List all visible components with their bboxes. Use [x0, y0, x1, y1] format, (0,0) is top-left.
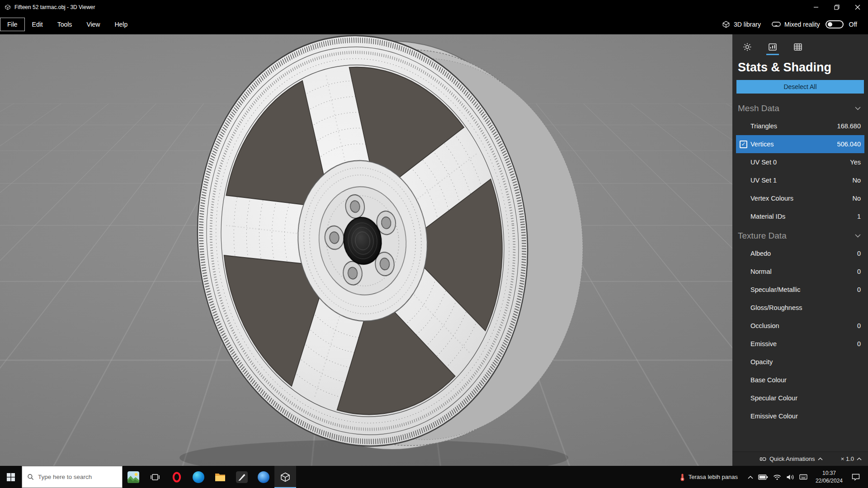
mixed-reality-toggle[interactable] [826, 20, 844, 28]
texture-data-header[interactable]: Texture Data [732, 225, 868, 244]
stat-label: Base Colour [750, 376, 787, 384]
panel-title: Stats & Shading [732, 56, 868, 79]
mesh-data-heading: Mesh Data [738, 103, 779, 113]
edge-icon [193, 471, 204, 483]
panel-tabs [732, 34, 868, 56]
blue-circle-app-icon [258, 471, 269, 483]
tab-environment[interactable] [737, 39, 758, 55]
stat-label: Normal [750, 268, 772, 275]
3d-viewport[interactable] [0, 34, 732, 466]
checkbox-checked-icon[interactable]: ✓ [740, 141, 747, 148]
stat-row-uvset1[interactable]: UV Set 1 No [736, 171, 864, 189]
sketch-app-icon [236, 471, 248, 483]
battery-icon[interactable] [758, 474, 768, 480]
app-cube-icon [5, 4, 11, 10]
stat-label: Occlusion [750, 322, 779, 329]
3d-viewer-icon [280, 472, 291, 483]
stat-label: Albedo [750, 250, 771, 257]
menu-tools[interactable]: Tools [50, 18, 80, 31]
close-button[interactable] [847, 0, 868, 14]
stat-row-uvset0[interactable]: UV Set 0 Yes [736, 153, 864, 171]
stat-label: Emissive Colour [750, 413, 798, 420]
photo-app-icon [127, 471, 139, 483]
weather-widget[interactable]: Terasa lebih panas [674, 473, 743, 481]
texture-row-emissive-colour[interactable]: Emissive Colour [736, 407, 864, 425]
toggle-knob [828, 22, 832, 27]
window-title: Fifteen 52 tarmac.obj - 3D Viewer [14, 4, 806, 10]
texture-row-albedo[interactable]: Albedo 0 [736, 244, 864, 263]
texture-row-occlusion[interactable]: Occlusion 0 [736, 317, 864, 335]
texture-row-opacity[interactable]: Opacity [736, 353, 864, 371]
clock-time: 10:37 [816, 469, 843, 477]
task-view-button[interactable] [144, 466, 166, 488]
stat-label: Opacity [750, 358, 773, 366]
network-icon[interactable] [773, 474, 781, 480]
restore-button[interactable] [826, 0, 847, 14]
edge-button[interactable] [188, 466, 209, 488]
menu-help[interactable]: Help [107, 18, 135, 31]
3d-library-button[interactable]: 3D library [717, 20, 766, 28]
start-button[interactable] [0, 466, 22, 488]
stat-label: Vertex Colours [750, 195, 793, 202]
thermometer-icon [679, 473, 685, 481]
stat-label: Specular Colour [750, 394, 797, 402]
chevron-down-icon [855, 107, 861, 110]
tab-stats-shading[interactable] [762, 39, 783, 55]
stat-row-vertices[interactable]: ✓ Vertices 506.040 [736, 135, 864, 153]
chevron-down-icon [855, 234, 861, 238]
stat-label: Material IDs [750, 213, 785, 220]
volume-icon[interactable] [786, 474, 794, 480]
keyboard-icon[interactable] [799, 474, 807, 480]
3d-viewer-taskbar-button[interactable] [274, 466, 296, 488]
stat-value: Yes [850, 159, 861, 166]
quick-animations-button[interactable]: Quick Animations [760, 455, 823, 462]
opera-button[interactable] [166, 466, 188, 488]
texture-row-emissive[interactable]: Emissive 0 [736, 335, 864, 353]
stat-label: Vertices [750, 141, 774, 148]
deselect-all-button[interactable]: Deselect All [736, 80, 864, 94]
menu-view[interactable]: View [79, 18, 107, 31]
menu-file[interactable]: File [0, 18, 25, 31]
blue-circle-app-button[interactable] [253, 466, 274, 488]
file-explorer-button[interactable] [209, 466, 231, 488]
texture-row-specular-metallic[interactable]: Specular/Metallic 0 [736, 281, 864, 299]
stat-row-material-ids[interactable]: Material IDs 1 [736, 207, 864, 225]
clock-date: 22/06/2024 [816, 477, 843, 484]
stat-value: 506.040 [837, 141, 861, 148]
menu-edit[interactable]: Edit [25, 18, 50, 31]
app-window: Fifteen 52 tarmac.obj - 3D Viewer File E… [0, 0, 868, 488]
menu-bar: File Edit Tools View Help 3D library [0, 14, 868, 34]
stat-row-vertex-colours[interactable]: Vertex Colours No [736, 189, 864, 207]
tray-icons [743, 474, 812, 480]
sketch-app-button[interactable] [231, 466, 253, 488]
animation-speed-value: × 1.0 [841, 455, 854, 462]
stat-value: 0 [857, 268, 861, 275]
taskbar-clock[interactable]: 10:37 22/06/2024 [812, 469, 846, 484]
texture-row-normal[interactable]: Normal 0 [736, 263, 864, 281]
minimize-button[interactable] [806, 0, 826, 14]
mixed-reality-label: Mixed reality [784, 21, 820, 28]
3d-library-label: 3D library [734, 21, 761, 28]
action-center-button[interactable] [846, 474, 865, 481]
menubar-right-cluster: 3D library Mixed reality Off [717, 20, 868, 28]
action-center-icon [852, 474, 860, 481]
stat-row-triangles[interactable]: Triangles 168.680 [736, 117, 864, 135]
texture-row-gloss-roughness[interactable]: Gloss/Roughness [736, 299, 864, 317]
file-explorer-icon [214, 471, 226, 483]
search-placeholder: Type here to search [38, 474, 92, 480]
photo-app-button[interactable] [123, 466, 144, 488]
mesh-data-header[interactable]: Mesh Data [732, 98, 868, 117]
taskbar-search[interactable]: Type here to search [22, 466, 123, 488]
texture-row-base-colour[interactable]: Base Colour [736, 371, 864, 389]
title-bar: Fifteen 52 tarmac.obj - 3D Viewer [0, 0, 868, 14]
texture-row-specular-colour[interactable]: Specular Colour [736, 389, 864, 407]
search-icon [27, 474, 34, 480]
hidden-icons-chevron[interactable] [748, 475, 753, 479]
mixed-reality-state: Off [849, 21, 857, 28]
tab-grid[interactable] [788, 39, 808, 55]
animation-speed-control[interactable]: × 1.0 [841, 455, 862, 462]
stat-value: No [852, 177, 861, 184]
stat-value: 0 [857, 322, 861, 329]
quick-animations-label: Quick Animations [769, 455, 815, 462]
3d-model-wheel[interactable] [127, 34, 647, 466]
